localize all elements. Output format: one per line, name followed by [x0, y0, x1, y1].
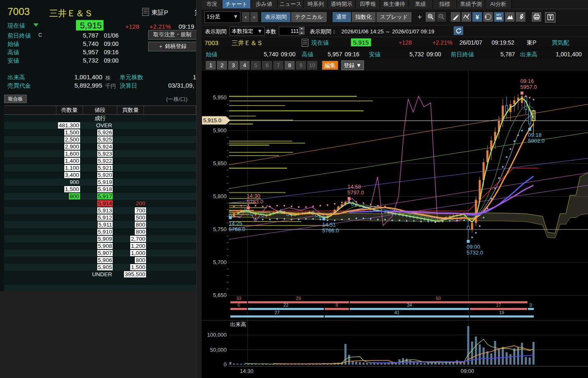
- swing-marker: [520, 91, 523, 94]
- order-book-row[interactable]: 成行: [4, 115, 196, 122]
- tab-4[interactable]: ニュース: [278, 0, 304, 8]
- order-book-row[interactable]: 5,9081,200: [4, 242, 196, 249]
- chart-preset-10[interactable]: 10: [307, 61, 317, 70]
- zoom-out-icon[interactable]: [437, 12, 446, 22]
- order-book-row[interactable]: 1,1005,921: [4, 164, 196, 171]
- order-book-row[interactable]: 9005,919: [4, 179, 196, 186]
- chart-preset-3[interactable]: 3: [228, 61, 238, 70]
- order-book-row[interactable]: 1,5005,918: [4, 186, 196, 193]
- tab-12[interactable]: AI分析: [485, 0, 512, 8]
- unit-shares-label: 単元株数: [120, 74, 143, 81]
- draw-pencil-icon[interactable]: [451, 12, 460, 22]
- price-level: 5,917: [97, 193, 113, 199]
- volume-bar: [348, 355, 350, 365]
- trade-caution-button[interactable]: 取引注意・規制: [148, 30, 196, 40]
- chart-preset-9[interactable]: 9: [296, 61, 306, 70]
- swing-marker: [348, 197, 351, 200]
- sar-dot-cyan: [341, 219, 343, 220]
- order-book-row[interactable]: 1,6005,923: [4, 150, 196, 157]
- order-book-row[interactable]: 2,5005,925: [4, 136, 196, 143]
- chart-preset-4[interactable]: 4: [240, 61, 250, 70]
- order-book-row[interactable]: 5,912500: [4, 214, 196, 221]
- price-level: 5,926: [97, 129, 113, 136]
- sar-dot-pink: [298, 206, 300, 208]
- price-chart[interactable]: 5,9505,9005,8505,8005,7505,7005,65014:30…: [202, 71, 588, 378]
- order-book-row[interactable]: 5,9051,500: [4, 264, 196, 271]
- order-book-row[interactable]: [4, 278, 196, 285]
- order-book-row[interactable]: 5,9071,000: [4, 249, 196, 257]
- order-book-row[interactable]: 1,4005,922: [4, 157, 196, 164]
- tab-9[interactable]: 業績: [409, 0, 433, 8]
- tab-10[interactable]: 指標: [433, 0, 457, 8]
- order-book-row[interactable]: 5,914200: [4, 200, 196, 207]
- order-book-row[interactable]: 2,9005,924: [4, 143, 196, 150]
- tab-6[interactable]: 適時開示: [328, 0, 356, 8]
- chevron-right-button[interactable]: ›: [250, 12, 258, 22]
- order-book-row[interactable]: 3,4005,920: [4, 171, 196, 179]
- settings-wrench-icon[interactable]: [516, 12, 525, 22]
- period-mode-select[interactable]: 本数指定▼: [230, 27, 265, 35]
- chevron-left-button[interactable]: ‹: [242, 12, 250, 22]
- chart-preset-5[interactable]: 5: [251, 61, 261, 70]
- order-book-row[interactable]: 5,906800: [4, 257, 196, 264]
- tab-3[interactable]: 歩み値: [251, 0, 278, 8]
- tab-11[interactable]: 業績予測: [457, 0, 485, 8]
- chart-preset-8[interactable]: 8: [285, 61, 295, 70]
- annotation-price: 5766.0: [322, 227, 339, 234]
- chart-preset-1[interactable]: 1: [206, 61, 216, 70]
- chart-preset-6[interactable]: 6: [262, 61, 272, 70]
- toolbar-button[interactable]: 通常: [333, 12, 351, 22]
- volume-bar: [494, 341, 496, 365]
- sar-dot-pink: [384, 206, 386, 207]
- sar-dot-pink: [233, 206, 235, 207]
- yen-axis-icon[interactable]: ¥: [472, 12, 482, 22]
- register-symbol-button[interactable]: ＋ 銘柄登録: [148, 42, 196, 51]
- count-stepper-up[interactable]: ▲: [299, 31, 305, 35]
- line-select-icon[interactable]: [462, 12, 471, 22]
- toolbar-button[interactable]: スプレッド: [376, 12, 412, 22]
- prev-close-label: 前日終値: [8, 32, 31, 40]
- sell-quantity: 1,600: [64, 151, 80, 157]
- register-dropdown-button[interactable]: 登録 ▼: [341, 60, 364, 70]
- timeframe-select[interactable]: 1分足▼: [204, 11, 240, 23]
- chart-preset-2[interactable]: 2: [217, 61, 227, 70]
- tab-7[interactable]: 四季報: [356, 0, 380, 8]
- order-book-row[interactable]: 1,5005,926: [4, 129, 196, 136]
- order-book-row[interactable]: 8005,917: [4, 193, 196, 200]
- ohlc-open-time: 09:00: [281, 51, 295, 58]
- bar-count-input[interactable]: 111: [279, 27, 300, 35]
- quote-market: 東P: [527, 39, 536, 47]
- edit-button[interactable]: 編集: [322, 61, 338, 70]
- order-book-row[interactable]: 481,300OVER: [4, 122, 196, 129]
- composite-board-button[interactable]: 複合板: [4, 95, 27, 103]
- order-book-row[interactable]: 5,913700: [4, 207, 196, 214]
- toolbar-button[interactable]: 指数化: [352, 12, 376, 22]
- tab-2[interactable]: チャート: [222, 0, 251, 8]
- add-comparison-icon[interactable]: ＋: [415, 12, 424, 22]
- info-icon[interactable]: i: [483, 12, 493, 22]
- order-book-row[interactable]: 5,910800: [4, 228, 196, 235]
- sar-dot-cyan: [262, 219, 264, 220]
- count-stepper-down[interactable]: ▼: [299, 27, 305, 30]
- zoom-in-icon[interactable]: [426, 12, 435, 22]
- quote-doc-icon[interactable]: [302, 39, 308, 47]
- export-icon[interactable]: [545, 12, 555, 23]
- volume-bar: [240, 364, 242, 365]
- tab-1[interactable]: 市況: [202, 0, 222, 8]
- toolbar-button[interactable]: 表示期間: [261, 12, 290, 22]
- order-book-row[interactable]: 5,911800: [4, 221, 196, 228]
- area-chart-icon[interactable]: [505, 12, 515, 22]
- candle-up: [233, 213, 235, 217]
- tab-8[interactable]: 株主優待: [380, 0, 409, 8]
- reload-button[interactable]: [454, 26, 463, 35]
- price-level: 5,905: [97, 264, 113, 270]
- toolbar-button[interactable]: テクニカル: [291, 12, 327, 22]
- tab-5[interactable]: 時系列: [304, 0, 328, 8]
- board-doc-icon[interactable]: [142, 8, 149, 16]
- chart-preset-7[interactable]: 7: [273, 61, 283, 70]
- my-chart-icon[interactable]: MY▮▮▮: [494, 12, 504, 22]
- print-icon[interactable]: [532, 12, 541, 22]
- trading-app-window: { "left_panel": { "code": "7003", "name"…: [0, 0, 588, 378]
- order-book-row[interactable]: UNDER395,500: [4, 271, 196, 278]
- order-book-row[interactable]: 5,9092,700: [4, 235, 196, 242]
